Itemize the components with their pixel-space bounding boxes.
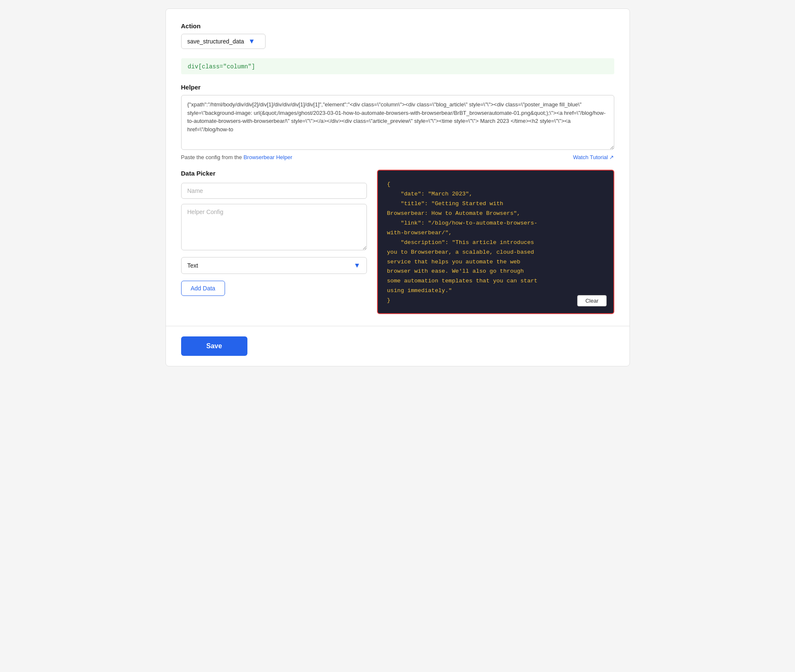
save-button[interactable]: Save — [181, 336, 247, 356]
action-label: Action — [181, 22, 614, 30]
footer-bar: Save — [166, 326, 629, 366]
type-chevron-icon: ▼ — [354, 262, 361, 269]
helper-config-input[interactable] — [181, 204, 367, 250]
xpath-bar: div[class="column"] — [181, 58, 614, 74]
helper-textarea[interactable]: {"xpath":"/html/body/div/div[2]/div[1]/d… — [181, 95, 614, 150]
name-input[interactable] — [181, 183, 367, 199]
type-select-value: Text — [187, 262, 198, 269]
main-container: Action save_structured_data ▼ div[class=… — [166, 8, 630, 366]
json-code: { "date": "March 2023", "title": "Gettin… — [387, 180, 604, 306]
helper-hint-row: Paste the config from the Browserbear He… — [181, 154, 614, 160]
right-col: { "date": "March 2023", "title": "Gettin… — [377, 170, 614, 314]
browserbear-helper-link[interactable]: Browserbear Helper — [244, 154, 293, 160]
left-col: Data Picker Text ▼ Add Data — [181, 170, 367, 296]
action-select-value: save_structured_data — [187, 38, 244, 45]
clear-button[interactable]: Clear — [577, 295, 606, 306]
content-row: Data Picker Text ▼ Add Data { "date": "M… — [181, 170, 614, 314]
watch-tutorial-link[interactable]: Watch Tutorial ↗ — [573, 154, 614, 160]
helper-hint-text: Paste the config from the Browserbear He… — [181, 154, 293, 160]
data-picker-label: Data Picker — [181, 170, 367, 177]
type-select[interactable]: Text ▼ — [181, 257, 367, 274]
helper-label: Helper — [181, 84, 614, 91]
add-data-button[interactable]: Add Data — [181, 281, 225, 296]
action-chevron-icon: ▼ — [248, 38, 255, 45]
json-preview-box: { "date": "March 2023", "title": "Gettin… — [377, 170, 614, 314]
action-select[interactable]: save_structured_data ▼ — [181, 34, 266, 49]
xpath-value: div[class="column"] — [188, 63, 255, 70]
